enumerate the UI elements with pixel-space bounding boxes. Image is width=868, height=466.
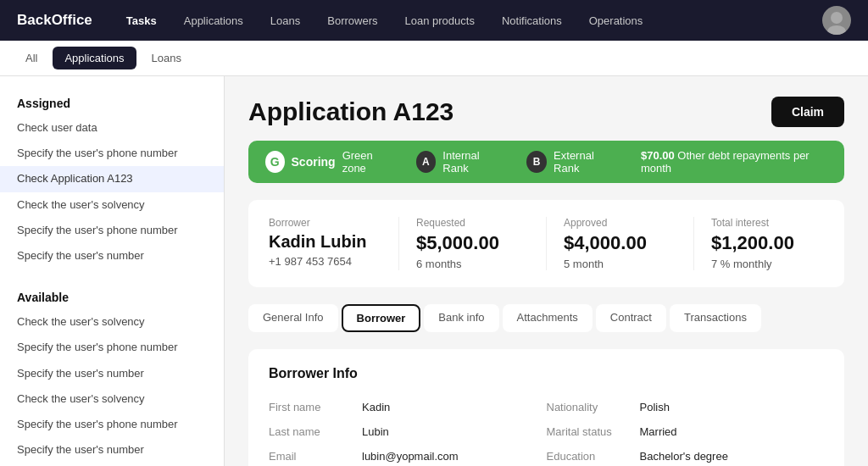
approved-duration: 5 month xyxy=(564,258,676,270)
svg-point-0 xyxy=(831,12,843,24)
field-email-key: Email xyxy=(269,450,362,463)
interest-col: Total interest $1,200.00 7 % monthly xyxy=(711,217,824,270)
field-email: Email lubin@yopmail.com xyxy=(269,444,547,466)
approved-col: Approved $4,000.00 5 month xyxy=(564,217,694,270)
debt-info: $70.00 Other debt repayments per month xyxy=(641,149,827,175)
sidebar-item-avail-3[interactable]: Specify the user's number xyxy=(0,361,224,386)
field-last-name: Last name Lubin xyxy=(269,419,547,444)
field-first-name-val: Kadin xyxy=(362,401,390,413)
sidebar-item-specify-number-1[interactable]: Specify the user's number xyxy=(0,243,224,269)
field-marital-val: Married xyxy=(640,425,677,438)
nav-loans[interactable]: Loans xyxy=(269,11,302,31)
approved-amount: $4,000.00 xyxy=(564,232,676,254)
nav-borrowers[interactable]: Borrowers xyxy=(326,11,379,31)
sidebar-item-avail-2[interactable]: Specify the user's phone number xyxy=(0,335,224,360)
tab-attachments[interactable]: Attachments xyxy=(503,304,593,332)
logo: BackOffice xyxy=(17,12,92,29)
borrower-right-fields: Nationality Polish Marital status Marrie… xyxy=(547,395,825,466)
nav-operations[interactable]: Operations xyxy=(587,11,645,31)
requested-col: Requested $5,000.00 6 months xyxy=(416,217,547,270)
sidebar-item-avail-6[interactable]: Specify the user's number xyxy=(0,437,224,463)
tab-bank-info[interactable]: Bank info xyxy=(424,304,498,332)
field-nationality-key: Nationality xyxy=(547,401,640,413)
field-email-val: lubin@yopmail.com xyxy=(362,450,459,463)
sidebar-item-check-user-data[interactable]: Check user data xyxy=(0,115,224,141)
avatar[interactable] xyxy=(822,6,851,35)
interest-rate: 7 % monthly xyxy=(711,258,824,270)
sidebar-item-specify-phone-2[interactable]: Specify the user's phone number xyxy=(0,218,224,243)
scoring-g-icon: G xyxy=(265,151,285,173)
field-education-key: Education xyxy=(547,450,640,463)
sidebar: Assigned Check user data Specify the use… xyxy=(0,76,225,466)
svg-point-1 xyxy=(827,25,846,35)
interest-col-label: Total interest xyxy=(711,217,824,229)
field-marital-status: Marital status Married xyxy=(547,419,825,444)
sidebar-item-check-solvency-1[interactable]: Check the user's solvency xyxy=(0,192,224,218)
scoring-bar: G Scoring Green zone A Internal Rank B E… xyxy=(248,141,844,183)
sub-nav-applications[interactable]: Applications xyxy=(53,47,136,69)
top-nav: BackOffice Tasks Applications Loans Borr… xyxy=(0,0,868,41)
sidebar-item-avail-1[interactable]: Check the user's solvency xyxy=(0,309,224,335)
field-marital-key: Marital status xyxy=(547,425,640,438)
borrower-col: Borrower Kadin Lubin +1 987 453 7654 xyxy=(269,217,399,270)
field-education-val: Bachelor's degree xyxy=(640,450,728,463)
tab-contract[interactable]: Contract xyxy=(596,304,666,332)
debt-amount: $70.00 xyxy=(641,149,675,162)
requested-col-label: Requested xyxy=(416,217,529,229)
field-education: Education Bachelor's degree xyxy=(547,444,825,466)
field-last-name-key: Last name xyxy=(269,425,362,438)
field-first-name-key: First name xyxy=(269,401,362,413)
approved-col-label: Approved xyxy=(564,217,676,229)
internal-rank-label: Internal Rank xyxy=(442,149,503,175)
external-rank-badge: B External Rank xyxy=(526,149,617,175)
interest-amount: $1,200.00 xyxy=(711,232,824,254)
nav-applications[interactable]: Applications xyxy=(182,11,245,31)
internal-rank-circle: A xyxy=(416,151,437,173)
claim-button[interactable]: Claim xyxy=(771,97,844,127)
field-nationality: Nationality Polish xyxy=(547,395,825,419)
nav-tasks[interactable]: Tasks xyxy=(125,11,159,31)
available-section-title: Available xyxy=(0,284,224,309)
sidebar-item-check-application[interactable]: Check Application A123 xyxy=(0,166,224,191)
external-rank-circle: B xyxy=(526,151,547,173)
page-header: Application A123 Claim xyxy=(248,97,844,127)
scoring-badge: G Scoring Green zone xyxy=(265,149,392,175)
sub-nav: All Applications Loans xyxy=(0,41,868,76)
requested-duration: 6 months xyxy=(416,258,529,270)
tab-borrower[interactable]: Borrower xyxy=(342,304,421,332)
sidebar-item-avail-4[interactable]: Check the user's solvency xyxy=(0,386,224,412)
internal-rank-badge: A Internal Rank xyxy=(416,149,504,175)
tab-transactions[interactable]: Transactions xyxy=(670,304,761,332)
borrower-info-grid: First name Kadin Last name Lubin Email l… xyxy=(269,395,824,466)
external-rank-label: External Rank xyxy=(554,149,617,175)
field-last-name-val: Lubin xyxy=(362,425,389,438)
borrower-col-label: Borrower xyxy=(269,217,381,229)
scoring-zone: Green zone xyxy=(342,149,392,175)
requested-amount: $5,000.00 xyxy=(416,232,529,254)
nav-notifications[interactable]: Notifications xyxy=(500,11,564,31)
main-content: Application A123 Claim G Scoring Green z… xyxy=(225,76,868,466)
sidebar-item-avail-7[interactable]: Check user data xyxy=(0,463,224,466)
scoring-label: Scoring xyxy=(292,155,336,169)
borrower-summary-card: Borrower Kadin Lubin +1 987 453 7654 Req… xyxy=(248,200,844,287)
borrower-name: Kadin Lubin xyxy=(269,232,381,252)
nav-loan-products[interactable]: Loan products xyxy=(403,11,476,31)
field-nationality-val: Polish xyxy=(640,401,670,413)
sub-nav-loans[interactable]: Loans xyxy=(140,47,193,69)
borrower-info-title: Borrower Info xyxy=(269,366,824,381)
field-first-name: First name Kadin xyxy=(269,395,547,419)
borrower-phone: +1 987 453 7654 xyxy=(269,255,381,268)
borrower-info-section: Borrower Info First name Kadin Last name… xyxy=(248,349,844,466)
layout: Assigned Check user data Specify the use… xyxy=(0,76,868,466)
borrower-left-fields: First name Kadin Last name Lubin Email l… xyxy=(269,395,547,466)
sub-nav-all[interactable]: All xyxy=(14,47,49,69)
tab-general-info[interactable]: General Info xyxy=(248,304,338,332)
tabs: General Info Borrower Bank info Attachme… xyxy=(248,304,844,332)
assigned-section-title: Assigned xyxy=(0,90,224,115)
sidebar-item-specify-phone-1[interactable]: Specify the user's phone number xyxy=(0,141,224,166)
sidebar-item-avail-5[interactable]: Specify the user's phone number xyxy=(0,412,224,437)
page-title: Application A123 xyxy=(248,97,453,126)
